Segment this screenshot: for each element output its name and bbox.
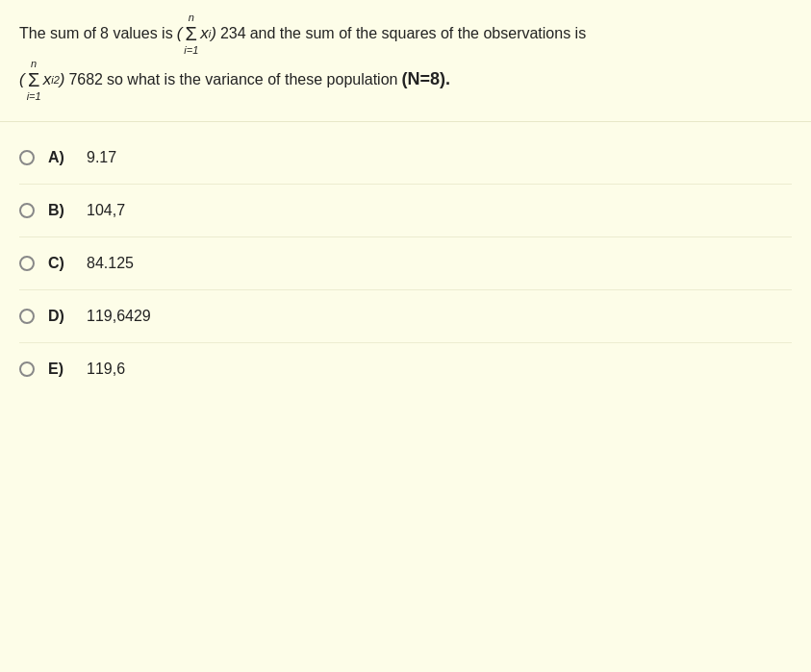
- n-value: (N=8).: [401, 69, 450, 89]
- sigma-formula-1: ( n Σ i=1 xi): [177, 12, 216, 56]
- option-value-b: 104,7: [87, 202, 125, 219]
- sum-value-1: 234: [220, 25, 246, 42]
- question-suffix: so what is the variance of these populat…: [107, 71, 397, 88]
- option-a[interactable]: A)9.17: [19, 132, 792, 185]
- question-values: 8 values is: [100, 25, 173, 42]
- question-middle: and the sum of the squares of the observ…: [250, 25, 587, 42]
- option-b[interactable]: B)104,7: [19, 185, 792, 237]
- option-label-c: C): [48, 255, 75, 272]
- radio-b[interactable]: [19, 203, 35, 218]
- option-value-a: 9.17: [87, 149, 116, 166]
- option-value-d: 119,6429: [87, 308, 151, 325]
- question-line2: ( n Σ i=1 xi2) 7682 so what is the varia…: [19, 58, 792, 102]
- sum-value-2: 7682: [68, 71, 103, 88]
- option-label-d: D): [48, 308, 75, 325]
- option-value-e: 119,6: [87, 361, 125, 378]
- option-label-b: B): [48, 202, 75, 219]
- sigma-formula-2: ( n Σ i=1 xi2): [19, 58, 64, 102]
- option-value-c: 84.125: [87, 255, 134, 272]
- option-label-a: A): [48, 149, 75, 166]
- option-d[interactable]: D)119,6429: [19, 290, 792, 343]
- option-c[interactable]: C)84.125: [19, 237, 792, 290]
- option-e[interactable]: E)119,6: [19, 343, 792, 395]
- question-prefix: The sum of: [19, 25, 96, 42]
- radio-e[interactable]: [19, 361, 35, 377]
- radio-d[interactable]: [19, 309, 35, 324]
- question-line1: The sum of 8 values is ( n Σ i=1 xi) 234…: [19, 12, 792, 56]
- radio-a[interactable]: [19, 150, 35, 165]
- options-list: A)9.17B)104,7C)84.125D)119,6429E)119,6: [0, 122, 811, 405]
- radio-c[interactable]: [19, 256, 35, 271]
- question-block: The sum of 8 values is ( n Σ i=1 xi) 234…: [0, 0, 811, 122]
- option-label-e: E): [48, 361, 75, 378]
